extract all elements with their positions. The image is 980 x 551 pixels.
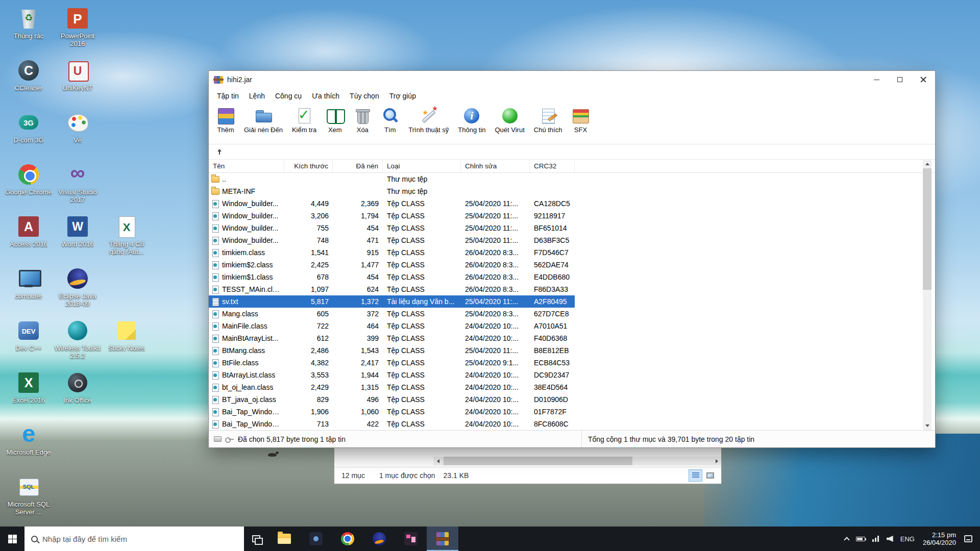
taskbar-app-button[interactable] [268, 527, 300, 551]
toolbar-button[interactable]: Thêm [212, 106, 239, 135]
toolbar-button[interactable]: SFX [567, 106, 594, 135]
scrollbar-track[interactable] [443, 457, 712, 465]
column-header-size[interactable]: Kích thước [284, 160, 333, 172]
toolbar-button[interactable]: Kiểm tra [287, 106, 321, 135]
scroll-right-button[interactable] [712, 457, 721, 465]
desktop-icon[interactable]: Ink Office [53, 367, 102, 419]
column-header-name[interactable]: Tên [209, 160, 284, 172]
clock[interactable]: 2:15 pm 26/04/2020 [918, 531, 961, 546]
toolbar-button[interactable]: Chú thích [529, 106, 567, 135]
file-row[interactable]: META-INF Thư mục tệp [209, 185, 575, 197]
taskbar-app-button[interactable] [363, 527, 395, 551]
toolbar-button[interactable]: Trình thuật sỹ [404, 106, 453, 135]
network-indicator[interactable] [869, 527, 883, 551]
file-row[interactable]: Window_builder... 755 454 Tệp CLASS 25/0… [209, 222, 575, 234]
file-row[interactable]: TESST_MAin.class 1,097 624 Tệp CLASS 26/… [209, 283, 575, 295]
start-button[interactable] [0, 527, 24, 551]
menu-item[interactable]: Ưa thích [307, 88, 345, 104]
file-row[interactable]: .. Thư mục tệp [209, 173, 575, 185]
vertical-scrollbar[interactable] [923, 160, 932, 430]
toolbar-button[interactable]: Thông tin [453, 106, 490, 135]
task-view-button[interactable] [244, 527, 268, 551]
file-row[interactable]: BtArrayList.class 3,553 1,944 Tệp CLASS … [209, 369, 575, 381]
desktop-icon[interactable]: Microsoft Edge [4, 419, 53, 471]
file-row[interactable]: Window_builder... 748 471 Tệp CLASS 25/0… [209, 234, 575, 246]
desktop-icon[interactable]: Wireless Toolkit 2.5.2 [53, 315, 102, 367]
file-row[interactable]: Window_builder... 3,206 1,794 Tệp CLASS … [209, 210, 575, 222]
scrollbar-thumb[interactable] [444, 457, 632, 465]
file-row[interactable]: sv.txt 5,817 1,372 Tài liệu dạng Văn b..… [209, 295, 575, 308]
column-header-type[interactable]: Loại [383, 160, 461, 172]
column-header-crc32[interactable]: CRC32 [530, 160, 575, 172]
desktop-icon[interactable]: computer [4, 263, 53, 315]
scroll-up-button[interactable] [923, 160, 932, 168]
taskbar-app-button[interactable] [427, 527, 458, 551]
battery-indicator[interactable] [852, 527, 869, 551]
menu-item[interactable]: Tùy chọn [345, 88, 384, 104]
comment-icon [539, 107, 557, 124]
horizontal-scrollbar[interactable] [433, 457, 721, 465]
taskbar-app-button[interactable] [300, 527, 332, 551]
desktop-icon[interactable]: Microsoft SQL Server ... [4, 471, 53, 523]
desktop-icon[interactable]: Dev C++ [4, 315, 53, 367]
language-indicator[interactable]: ENG [897, 527, 918, 551]
desktop-icon[interactable]: Excel 2016 [4, 367, 53, 419]
file-row[interactable]: MainBtArrayList... 612 399 Tệp CLASS 24/… [209, 332, 575, 344]
menu-item[interactable]: Công cụ [270, 88, 307, 104]
desktop-icon[interactable]: Word 2016 [53, 211, 102, 263]
menu-item[interactable]: Tập tin [212, 88, 244, 104]
file-row[interactable]: BT_java_oj.class 829 496 Tệp CLASS 24/04… [209, 393, 575, 406]
file-row[interactable]: timkiem.class 1,541 915 Tệp CLASS 26/04/… [209, 246, 575, 259]
tray-expand-button[interactable] [841, 527, 852, 551]
titlebar[interactable]: hihi2.jar [209, 71, 935, 88]
desktop-icon[interactable]: Access 2016 [4, 211, 53, 263]
action-center-button[interactable] [961, 527, 976, 551]
desktop-icon[interactable]: PowerPoint 2016 [53, 3, 102, 55]
close-button[interactable] [912, 71, 935, 88]
toolbar-button[interactable]: Xóa [349, 106, 376, 135]
scroll-down-button[interactable] [923, 421, 932, 430]
desktop-icon[interactable]: D-com 3G [4, 107, 53, 159]
taskbar-search[interactable] [24, 527, 244, 551]
scrollbar-thumb[interactable] [923, 168, 932, 290]
file-row[interactable]: Mang.class 605 372 Tệp CLASS 25/04/2020 … [209, 308, 575, 320]
file-row[interactable]: Window_builder... 4,449 2,369 Tệp CLASS … [209, 197, 575, 210]
column-header-packed[interactable]: Đã nén [333, 160, 383, 172]
desktop-icon[interactable]: UniKeyNT [53, 55, 102, 107]
details-view-button[interactable] [689, 469, 702, 482]
taskbar-app-button[interactable] [332, 527, 363, 551]
scrollbar-track[interactable] [923, 168, 932, 421]
desktop-icon[interactable]: CCleaner [4, 55, 53, 107]
maximize-button[interactable] [888, 71, 912, 88]
file-row[interactable]: BtMang.class 2,486 1,543 Tệp CLASS 25/04… [209, 344, 575, 357]
column-header-modified[interactable]: Chỉnh sửa [461, 160, 530, 172]
toolbar-button[interactable]: Giải nén Đến [239, 106, 287, 135]
menu-item[interactable]: Trợ giúp [384, 88, 421, 104]
toolbar-button[interactable]: Tìm [376, 106, 404, 135]
search-input[interactable] [42, 535, 244, 543]
desktop-icon[interactable]: Tháng 4 Cố gắng (Aut... [102, 211, 151, 263]
up-directory-button[interactable] [213, 146, 226, 158]
taskbar-app-button[interactable] [395, 527, 427, 551]
file-row[interactable]: timkiem$2.class 2,425 1,477 Tệp CLASS 26… [209, 259, 575, 271]
desktop-icon[interactable]: Eclipse Java 2018-09 [53, 263, 102, 315]
file-row[interactable]: MainFile.class 722 464 Tệp CLASS 24/04/2… [209, 320, 575, 332]
minimize-button[interactable] [865, 71, 888, 88]
toolbar-button[interactable]: Xem [321, 106, 349, 135]
volume-indicator[interactable] [883, 527, 897, 551]
file-row[interactable]: Bai_Tap_Window... 713 422 Tệp CLASS 24/0… [209, 418, 575, 430]
desktop-icon[interactable]: Visual Studio 2017 [53, 159, 102, 211]
desktop-icon[interactable]: Sticky Notes [102, 315, 151, 367]
thumbnails-view-button[interactable] [703, 469, 717, 482]
desktop-icon[interactable]: Google Chrome [4, 159, 53, 211]
desktop-icon[interactable]: Thùng rác [4, 3, 53, 55]
menu-item[interactable]: Lệnh [244, 88, 270, 104]
file-row[interactable]: timkiem$1.class 678 454 Tệp CLASS 26/04/… [209, 271, 575, 283]
desktop-icon[interactable]: Vẽ [53, 107, 102, 159]
file-row[interactable]: bt_oj_lean.class 2,429 1,315 Tệp CLASS 2… [209, 381, 575, 393]
scroll-left-button[interactable] [433, 457, 443, 465]
toolbar-button[interactable]: Quét Virut [491, 106, 529, 135]
file-row[interactable]: Bai_Tap_Window... 1,906 1,060 Tệp CLASS … [209, 406, 575, 418]
file-row[interactable]: BtFile.class 4,382 2,417 Tệp CLASS 25/04… [209, 357, 575, 369]
file-modified: 26/04/2020 8:3... [461, 259, 530, 271]
